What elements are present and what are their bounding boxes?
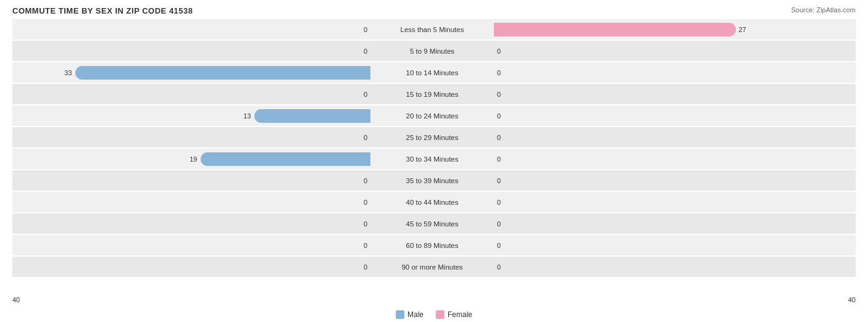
right-bar-section: 0 — [494, 105, 852, 126]
bar-label: 40 to 44 Minutes — [370, 192, 494, 212]
male-zero-label: 0 — [364, 26, 367, 33]
right-bar-section: 0 — [494, 127, 852, 147]
bar-row: 090 or more Minutes0 — [12, 257, 856, 277]
right-bar-section: 0 — [494, 235, 852, 255]
legend-female: Female — [436, 310, 472, 319]
left-bar-section: 13 — [12, 105, 370, 126]
male-bar — [254, 109, 371, 123]
right-bar-section: 0 — [494, 84, 852, 104]
legend-female-label: Female — [448, 310, 472, 319]
bar-row: 1320 to 24 Minutes0 — [12, 105, 856, 126]
left-bar-section: 19 — [12, 149, 370, 169]
bar-label: 15 to 19 Minutes — [370, 84, 494, 104]
right-bar-section: 0 — [494, 213, 852, 234]
right-bar-section: 27 — [494, 19, 852, 39]
bar-row: 05 to 9 Minutes0 — [12, 41, 856, 61]
right-bar-section: 0 — [494, 192, 852, 212]
bar-row: 035 to 39 Minutes0 — [12, 170, 856, 191]
male-value-label: 19 — [190, 155, 197, 163]
bar-label: 20 to 24 Minutes — [370, 105, 494, 126]
bar-label: Less than 5 Minutes — [370, 19, 494, 39]
left-bar-section: 0 — [12, 170, 370, 191]
left-bar-section: 0 — [12, 127, 370, 147]
male-zero-label: 0 — [364, 177, 367, 184]
male-zero-label: 0 — [364, 91, 367, 98]
female-zero-label: 0 — [497, 177, 501, 184]
chart-title: COMMUTE TIME BY SEX IN ZIP CODE 41538 — [12, 6, 856, 15]
female-zero-label: 0 — [497, 199, 501, 206]
female-zero-label: 0 — [497, 134, 501, 141]
bar-row: 040 to 44 Minutes0 — [12, 192, 856, 212]
left-bar-section: 0 — [12, 213, 370, 234]
right-bar-section: 0 — [494, 149, 852, 169]
axis-label-right: 40 — [848, 296, 856, 303]
female-zero-label: 0 — [497, 91, 501, 98]
bar-row: 045 to 59 Minutes0 — [12, 213, 856, 234]
left-bar-section: 0 — [12, 41, 370, 61]
bar-label: 60 to 89 Minutes — [370, 235, 494, 255]
male-bar — [201, 152, 371, 166]
female-value-label: 27 — [739, 26, 746, 33]
source-label: Source: ZipAtlas.com — [791, 6, 856, 14]
bar-label: 90 or more Minutes — [370, 257, 494, 277]
male-value-label: 33 — [64, 69, 72, 76]
female-zero-label: 0 — [497, 263, 501, 271]
male-zero-label: 0 — [364, 199, 367, 206]
male-zero-label: 0 — [364, 263, 367, 271]
legend-female-box — [436, 310, 444, 319]
male-zero-label: 0 — [364, 242, 367, 249]
female-bar — [494, 23, 736, 36]
female-zero-label: 0 — [497, 155, 501, 163]
bar-row: 1930 to 34 Minutes0 — [12, 149, 856, 169]
bar-row: 025 to 29 Minutes0 — [12, 127, 856, 147]
bar-label: 45 to 59 Minutes — [370, 213, 494, 234]
right-bar-section: 0 — [494, 257, 852, 277]
male-value-label: 13 — [243, 112, 251, 120]
bar-label: 35 to 39 Minutes — [370, 170, 494, 191]
left-bar-section: 0 — [12, 235, 370, 255]
bar-label: 5 to 9 Minutes — [370, 41, 494, 61]
left-bar-section: 33 — [12, 62, 370, 83]
chart-legend: Male Female — [396, 310, 472, 319]
bar-row: 0Less than 5 Minutes27 — [12, 19, 856, 39]
left-bar-section: 0 — [12, 19, 370, 39]
bar-label: 25 to 29 Minutes — [370, 127, 494, 147]
chart-area: 0Less than 5 Minutes2705 to 9 Minutes033… — [12, 19, 856, 278]
left-bar-section: 0 — [12, 257, 370, 277]
legend-male-box — [396, 310, 404, 319]
female-zero-label: 0 — [497, 220, 501, 228]
male-bar — [75, 66, 371, 80]
bar-row: 3310 to 14 Minutes0 — [12, 62, 856, 83]
right-bar-section: 0 — [494, 170, 852, 191]
male-zero-label: 0 — [364, 47, 367, 55]
legend-male: Male — [396, 310, 424, 319]
bar-row: 060 to 89 Minutes0 — [12, 235, 856, 255]
left-bar-section: 0 — [12, 84, 370, 104]
right-bar-section: 0 — [494, 41, 852, 61]
female-zero-label: 0 — [497, 47, 501, 55]
bar-row: 015 to 19 Minutes0 — [12, 84, 856, 104]
left-bar-section: 0 — [12, 192, 370, 212]
female-zero-label: 0 — [497, 242, 501, 249]
female-zero-label: 0 — [497, 112, 501, 120]
axis-label-left: 40 — [12, 296, 20, 303]
male-zero-label: 0 — [364, 220, 367, 228]
male-zero-label: 0 — [364, 134, 367, 141]
right-bar-section: 0 — [494, 62, 852, 83]
chart-container: COMMUTE TIME BY SEX IN ZIP CODE 41538 So… — [0, 0, 868, 322]
female-zero-label: 0 — [497, 69, 501, 76]
bar-label: 10 to 14 Minutes — [370, 62, 494, 83]
bar-label: 30 to 34 Minutes — [370, 149, 494, 169]
legend-male-label: Male — [407, 310, 424, 319]
